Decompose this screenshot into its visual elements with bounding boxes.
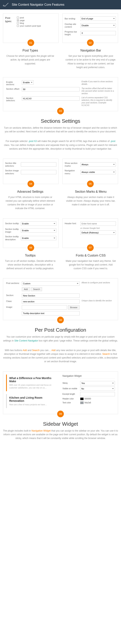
checkmark-icon: [3, 2, 9, 8]
badge-06: 06: [28, 244, 34, 251]
badge-05: 05: [87, 180, 94, 187]
enable-sections-select[interactable]: Enable: [22, 80, 34, 84]
desc-08a: You can customize your sections on parti…: [0, 333, 121, 346]
desc-01: Choose for which post types the plugin w…: [2, 52, 58, 70]
add-button[interactable]: Add: [22, 287, 30, 291]
panel-sections: Enable sections:EnableEnable if you want…: [3, 77, 118, 111]
panel-widget: What a Difference a Few Months Make With…: [3, 372, 118, 414]
image-selectors-input[interactable]: [21, 170, 56, 174]
widget-item-2: Kitchen and Living Room Renovation Here …: [6, 394, 58, 408]
class-input[interactable]: [22, 300, 80, 304]
title-07: Fonts & Custom CSS: [63, 254, 119, 257]
badge-09: 09: [57, 410, 64, 417]
bar-ending-select[interactable]: End of page: [80, 16, 116, 21]
title-02: Navigation Bar: [63, 49, 119, 52]
google-font-select[interactable]: Default (Raleway): [80, 230, 116, 235]
header-color-swatch[interactable]: [80, 398, 84, 400]
header-title: Site Content Navigator Core Features: [12, 3, 65, 6]
tooltip-desc-input[interactable]: [22, 311, 80, 316]
widget-heading: Navigation Widget: [63, 374, 115, 379]
panel-advanced: Section title selectors: Section image s…: [3, 158, 58, 184]
bar-height-input[interactable]: [80, 31, 116, 35]
checkbox-custom[interactable]: your custom post type: [17, 25, 41, 27]
desc-05: Always display your section marks or mak…: [63, 194, 119, 211]
desc-07: Make your navigation bar match any theme…: [63, 257, 119, 274]
checkbox-post[interactable]: post: [17, 16, 41, 19]
mobile-select[interactable]: No: [80, 386, 115, 391]
checkbox-page[interactable]: ✕page: [17, 19, 41, 22]
title-01: Post Types: [2, 49, 58, 52]
title-selectors-input[interactable]: [21, 162, 56, 167]
overlap-select[interactable]: Disable: [80, 23, 116, 28]
checkbox-blog[interactable]: blog: [17, 22, 41, 24]
panel-navigation-bar: Bar ending:End of page Overlap site cont…: [63, 13, 118, 43]
title-09: Sidebar Widget: [0, 421, 121, 427]
browse-button[interactable]: Browse: [68, 305, 80, 310]
badge-07: 07: [87, 244, 94, 251]
text-color-swatch[interactable]: [80, 402, 84, 404]
title-05: Section Marks & Menu: [63, 190, 119, 194]
desc-03b: For example selector .post h3 will make …: [0, 138, 121, 155]
page-header: Site Content Navigator Core Features: [0, 0, 121, 10]
badge-03: 03: [57, 108, 64, 114]
title-06: Tooltips: [2, 254, 58, 257]
desc-08b: With two buttons Add and Search you can……: [0, 346, 121, 368]
desc-03a: Turn on sections detection, define the d…: [0, 124, 121, 138]
badge-04: 04: [28, 180, 34, 187]
nav-menu-select[interactable]: Always visible: [80, 170, 116, 174]
panel-fonts: Header font: or choose Google font Defau…: [63, 218, 118, 248]
section-selectors-input[interactable]: [22, 96, 80, 101]
panel-tooltips: Section tooltip:Enable Section tooltip i…: [3, 218, 58, 248]
panel-post-types: Post types: post ✕page blog your custom …: [3, 13, 58, 43]
tooltip-desc-select[interactable]: Enable: [21, 236, 56, 240]
desc-04: If your HTML structure is more complex o…: [2, 194, 58, 214]
badge-08: 08: [57, 316, 64, 323]
badge-01: 01: [28, 39, 34, 46]
widget-item-1: What a Difference a Few Months Make With…: [6, 374, 58, 391]
badge-02: 02: [87, 39, 94, 46]
section-marks-select[interactable]: Always: [80, 162, 116, 167]
search-button[interactable]: Search: [31, 287, 42, 291]
title-08: Per Post Configuration: [0, 327, 121, 333]
section-name-input[interactable]: [22, 294, 80, 298]
desc-02: Set your bar to ignore everything after …: [63, 52, 119, 73]
desc-09: The plugin includes built-in Navigation …: [0, 427, 121, 444]
font-name-input[interactable]: [80, 222, 116, 226]
section-offset-input[interactable]: [22, 87, 80, 92]
sticky-select[interactable]: Yes: [80, 381, 115, 385]
panel-per-post: Post sections:CustomAllows to configure …: [3, 278, 118, 320]
tooltip-select[interactable]: Enable: [21, 222, 56, 226]
title-03: Sections Settings: [0, 118, 121, 124]
desc-06: Turn on or off section tooltips. Decide …: [2, 257, 58, 274]
image-input[interactable]: [22, 305, 67, 310]
tooltip-image-select[interactable]: Enable: [21, 228, 56, 232]
panel-marks-menu: Show section marks:Always Navigation men…: [63, 158, 118, 184]
title-04: Advanced Settings: [2, 190, 58, 194]
post-sections-select[interactable]: Custom: [22, 281, 80, 286]
excerpt-input[interactable]: [80, 392, 115, 396]
post-types-label: Post types:: [5, 16, 17, 28]
